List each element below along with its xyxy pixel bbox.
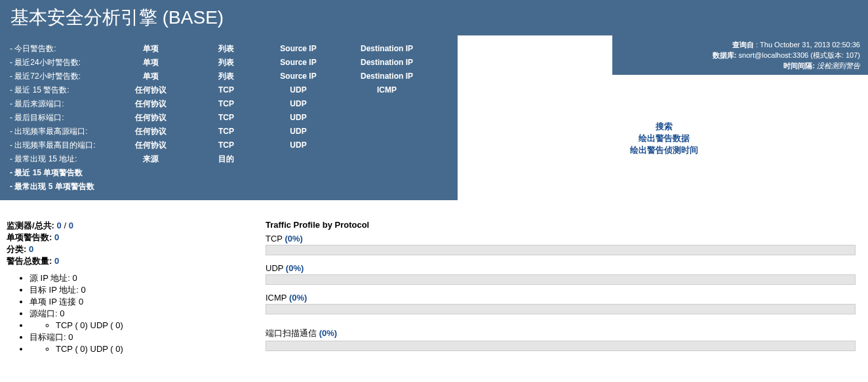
link-any-proto[interactable]: 任何协议 <box>108 83 193 97</box>
page-title: 基本安全分析引擎 (BASE) <box>0 0 868 35</box>
link-empty <box>338 125 436 138</box>
src-ip-val[interactable]: 0 <box>73 273 77 283</box>
traffic-bar <box>266 245 856 255</box>
link-tcp[interactable]: TCP <box>193 97 259 111</box>
link-any-proto[interactable]: 任何协议 <box>108 138 193 152</box>
nav-label: - 最近 15 警告数: <box>10 83 108 97</box>
graph-time-link[interactable]: 绘出警告侦测时间 <box>630 145 698 155</box>
link-tcp[interactable]: TCP <box>193 125 259 138</box>
total-val[interactable]: 0 <box>54 256 59 266</box>
nav-row-freq-addr: - 最常出现 15 地址: 来源 目的 <box>10 152 448 166</box>
link-tcp[interactable]: TCP <box>193 83 259 97</box>
link-empty <box>338 97 436 111</box>
bottom-container: 监测器/总共: 0 / 0 单项警告数: 0 分类: 0 警告总数量: 0 源 … <box>0 220 868 359</box>
nav-row-last-src-port: - 最后来源端口: 任何协议 TCP UDP <box>10 97 448 111</box>
nav-row-72h: - 最近72小时警告数: 单项 列表 Source IP Destination… <box>10 70 448 83</box>
traffic-bar <box>266 274 856 285</box>
traffic-pct[interactable]: (0%) <box>319 328 337 338</box>
cat-label: 分类: <box>7 244 26 254</box>
link-udp[interactable]: UDP <box>259 97 338 111</box>
link-dest-ip[interactable]: Destination IP <box>338 70 436 83</box>
link-source-ip[interactable]: Source IP <box>259 56 338 70</box>
db-label: 数据库: <box>713 51 737 59</box>
link-unique[interactable]: 单项 <box>108 56 193 70</box>
nav-row-freq-src-port: - 出现频率最高源端口: 任何协议 TCP UDP <box>10 125 448 138</box>
link-listing[interactable]: 列表 <box>193 42 259 56</box>
link-udp[interactable]: UDP <box>259 125 338 138</box>
info-box: 查询自 : Thu October 31, 2013 02:50:36 数据库:… <box>612 35 868 75</box>
link-dest-ip[interactable]: Destination IP <box>338 56 436 70</box>
link-udp[interactable]: UDP <box>259 83 338 97</box>
traffic-proto: 端口扫描通信 <box>266 328 317 338</box>
traffic-proto: ICMP <box>266 293 286 303</box>
nav-panel: - 今日警告数: 单项 列表 Source IP Destination IP … <box>0 35 458 200</box>
db-value: snort@localhost:3306 (模式版本: 107) <box>739 51 860 59</box>
link-udp[interactable]: UDP <box>259 138 338 152</box>
traffic-proto: TCP <box>266 234 283 244</box>
list-item-unique-ip: 单项 IP 连接 0 <box>30 296 266 308</box>
link-dest-ip[interactable]: Destination IP <box>338 42 436 56</box>
link-source-ip[interactable]: Source IP <box>259 70 338 83</box>
link-udp[interactable]: UDP <box>259 111 338 125</box>
sensors-total: 0 <box>69 221 73 230</box>
traffic-pct[interactable]: (0%) <box>285 234 302 244</box>
link-tcp[interactable]: TCP <box>193 138 259 152</box>
link-any-proto[interactable]: 任何协议 <box>108 125 193 138</box>
udp-val[interactable]: 0 <box>115 344 120 354</box>
nav-row-freq-dst-port: - 出现频率最高目的端口: 任何协议 TCP UDP <box>10 138 448 152</box>
traffic-pct[interactable]: (0%) <box>289 293 307 303</box>
dst-port-val[interactable]: 0 <box>68 332 73 342</box>
nav-label: - 最后来源端口: <box>10 97 108 111</box>
nav-label: - 今日警告数: <box>10 42 108 56</box>
link-any-proto[interactable]: 任何协议 <box>108 111 193 125</box>
link-empty <box>259 152 338 166</box>
link-dest[interactable]: 目的 <box>193 152 259 166</box>
src-port-val[interactable]: 0 <box>60 308 64 318</box>
right-panel: 查询自 : Thu October 31, 2013 02:50:36 数据库:… <box>460 35 868 200</box>
sensors-label: 监测器/总共: <box>7 221 54 230</box>
query-time: : Thu October 31, 2013 02:50:36 <box>756 41 860 49</box>
link-icmp[interactable]: ICMP <box>338 83 436 97</box>
dst-ip-val[interactable]: 0 <box>81 285 86 295</box>
link-source-ip[interactable]: Source IP <box>259 42 338 56</box>
graph-data-link[interactable]: 绘出警告数据 <box>639 133 690 143</box>
traffic-bar <box>266 341 856 351</box>
link-source[interactable]: 来源 <box>108 152 193 166</box>
cat-val[interactable]: 0 <box>29 244 33 254</box>
link-any-proto[interactable]: 任何协议 <box>108 97 193 111</box>
nav-label: - 最近72小时警告数: <box>10 70 108 83</box>
link-unique[interactable]: 单项 <box>108 42 193 56</box>
nav-row-recent15-unique[interactable]: - 最近 15 单项警告数 <box>10 166 448 180</box>
link-empty <box>338 138 436 152</box>
nav-row-recent15: - 最近 15 警告数: 任何协议 TCP UDP ICMP <box>10 83 448 97</box>
link-listing[interactable]: 列表 <box>193 56 259 70</box>
traffic-pct[interactable]: (0%) <box>286 263 304 273</box>
tcp-val[interactable]: 0 <box>80 320 85 330</box>
sensors-val[interactable]: 0 <box>57 221 62 230</box>
nav-row-last-dst-port: - 最后目标端口: 任何协议 TCP UDP <box>10 111 448 125</box>
nav-label: - 最常出现 15 地址: <box>10 152 108 166</box>
traffic-row-portscan: 端口扫描通信 (0%) <box>266 328 861 351</box>
udp-val[interactable]: 0 <box>115 320 120 330</box>
list-item-src-port: 源端口: 0 <box>30 308 266 320</box>
traffic-bar <box>266 304 856 314</box>
search-link[interactable]: 搜索 <box>656 121 673 131</box>
traffic-title: Traffic Profile by Protocol <box>266 220 861 230</box>
nav-label: - 最后目标端口: <box>10 111 108 125</box>
link-tcp[interactable]: TCP <box>193 111 259 125</box>
list-item-dst-port: 目标端口: 0 <box>30 331 266 343</box>
nav-row-freq5-unique[interactable]: - 最常出现 5 单项警告数 <box>10 180 448 194</box>
list-item-tcp-udp: TCP ( 0) UDP ( 0) <box>56 320 266 331</box>
unique-val[interactable]: 0 <box>54 232 59 242</box>
unique-ip-val[interactable]: 0 <box>79 297 83 307</box>
tcp-val[interactable]: 0 <box>80 344 85 354</box>
link-unique[interactable]: 单项 <box>108 70 193 83</box>
window-value: 没检测到警告 <box>817 62 860 70</box>
stats-list: 源 IP 地址: 0 目标 IP 地址: 0 单项 IP 连接 0 源端口: 0… <box>30 272 266 355</box>
link-listing[interactable]: 列表 <box>193 70 259 83</box>
traffic-row-tcp: TCP (0%) <box>266 234 861 255</box>
traffic-row-udp: UDP (0%) <box>266 263 861 285</box>
nav-label: - 出现频率最高目的端口: <box>10 138 108 152</box>
nav-row-24h: - 最近24小时警告数: 单项 列表 Source IP Destination… <box>10 56 448 70</box>
link-empty <box>338 152 436 166</box>
